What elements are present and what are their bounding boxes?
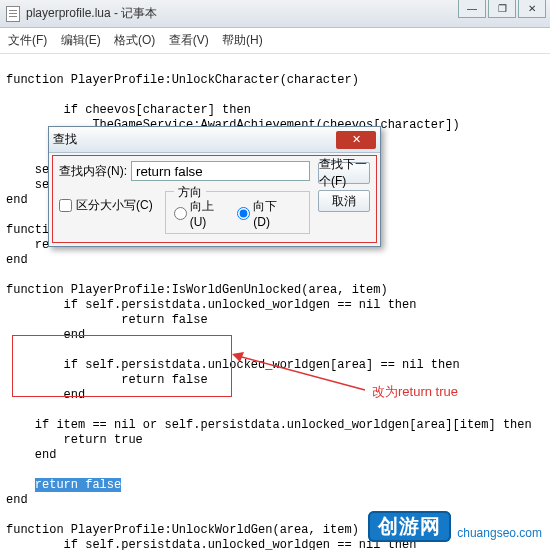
menu-view[interactable]: 查看(V) <box>169 33 209 47</box>
close-button[interactable]: ✕ <box>518 0 546 18</box>
document-icon <box>6 6 20 22</box>
menu-format[interactable]: 格式(O) <box>114 33 155 47</box>
window-titlebar: playerprofile.lua - 记事本 — ❐ ✕ <box>0 0 550 28</box>
watermark-logo: 创游网 chuangseo.com <box>368 511 542 542</box>
maximize-button[interactable]: ❐ <box>488 0 516 18</box>
menu-edit[interactable]: 编辑(E) <box>61 33 101 47</box>
menu-help[interactable]: 帮助(H) <box>222 33 263 47</box>
menu-file[interactable]: 文件(F) <box>8 33 47 47</box>
dialog-titlebar[interactable]: 查找 ✕ <box>49 127 380 153</box>
selected-text: return false <box>35 478 121 492</box>
dialog-highlight-box <box>52 155 377 243</box>
dialog-close-button[interactable]: ✕ <box>336 131 376 149</box>
menu-bar: 文件(F) 编辑(E) 格式(O) 查看(V) 帮助(H) <box>0 28 550 54</box>
logo-text: 创游网 <box>368 511 451 542</box>
minimize-button[interactable]: — <box>458 0 486 18</box>
window-title: playerprofile.lua - 记事本 <box>26 5 157 22</box>
dialog-title: 查找 <box>53 131 77 148</box>
logo-subtext: chuangseo.com <box>457 526 542 540</box>
find-dialog: 查找 ✕ 查找内容(N): 区分大小写(C) 方向 向上(U) 向下(D) <box>48 126 381 247</box>
annotation-text: 改为return true <box>372 383 458 401</box>
